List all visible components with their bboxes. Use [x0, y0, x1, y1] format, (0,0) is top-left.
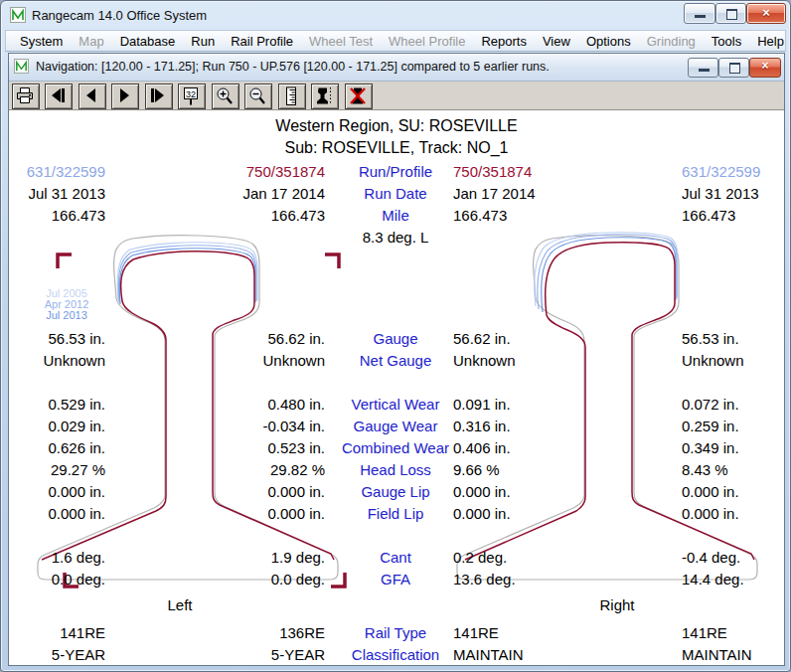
nav-minimize-button[interactable]	[688, 58, 718, 78]
classification-left-outer: 5-YEAR	[9, 646, 105, 663]
gauge-lip-right-inner: 0.000 in.	[453, 483, 622, 500]
combined-wear-right-outer: 0.349 in.	[682, 439, 784, 456]
next-run-button[interactable]	[111, 84, 139, 109]
row-run-profile: 631/322599750/351874Run/Profile750/35187…	[9, 163, 784, 183]
row-gauge: 56.53 in.56.62 in.Gauge56.62 in.56.53 in…	[9, 330, 784, 350]
combined-wear-left-outer: 0.626 in.	[9, 439, 105, 456]
menu-options[interactable]: Options	[578, 31, 639, 52]
net-gauge-right-inner: Unknown	[453, 352, 622, 369]
gfa-right-inner: 13.6 deg.	[453, 571, 622, 588]
head-loss-right-outer: 8.43 %	[682, 461, 784, 478]
row-gauge-wear: 0.029 in.-0.034 in.Gauge Wear0.316 in.0.…	[9, 418, 784, 437]
right-rail-label: Right	[548, 596, 687, 613]
nav-close-button[interactable]: ×	[749, 58, 781, 78]
zoom-out-icon	[247, 86, 267, 105]
nav-restore-button[interactable]	[718, 58, 749, 78]
mile-right-inner: 166.473	[453, 207, 622, 224]
row-gfa: 0.0 deg.0.0 deg.GFA13.6 deg.14.4 deg.	[9, 571, 784, 590]
cant-right-outer: -0.4 deg.	[682, 549, 784, 566]
remove-rail-button[interactable]	[345, 84, 373, 109]
print-button[interactable]	[12, 84, 40, 109]
vertical-wear-left-inner: 0.480 in.	[128, 396, 325, 413]
run-date-right-inner: Jan 17 2014	[453, 185, 622, 202]
zoom-out-button[interactable]	[244, 84, 272, 109]
menu-help[interactable]: Help	[749, 31, 791, 52]
vertical-wear-left-outer: 0.529 in.	[9, 396, 105, 413]
menu-reports[interactable]: Reports	[473, 31, 535, 52]
svg-text:32: 32	[186, 89, 196, 99]
run-date-left-outer: Jul 31 2013	[9, 185, 105, 202]
gauge-lip-left-inner: 0.000 in.	[128, 483, 325, 500]
print-icon	[15, 86, 35, 104]
rail-type-left-outer: 141RE	[9, 624, 105, 641]
menu-map: Map	[71, 31, 111, 52]
milepost-button[interactable]: 32	[178, 84, 206, 109]
field-lip-left-inner: 0.000 in.	[128, 505, 325, 522]
field-lip-left-outer: 0.000 in.	[9, 505, 105, 522]
row-cant: 1.6 deg.1.9 deg.Cant0.2 deg.-0.4 deg.	[9, 549, 784, 569]
mile-left-outer: 166.473	[9, 207, 105, 224]
rail-type-right-outer: 141RE	[682, 624, 784, 641]
gfa-right-outer: 14.4 deg.	[682, 571, 784, 588]
close-button[interactable]: ×	[746, 3, 786, 24]
field-lip-label: Field Lip	[325, 505, 466, 522]
legend-entry: Jul 2013	[31, 310, 102, 321]
close-icon: ×	[750, 59, 780, 73]
menu-system[interactable]: System	[12, 31, 71, 52]
minimize-button[interactable]	[684, 3, 715, 24]
curvature-value: 8.3 deg. L	[325, 229, 466, 246]
classification-right-inner: MAINTAIN	[453, 646, 622, 663]
menu-run[interactable]: Run	[183, 31, 223, 52]
row-field-lip: 0.000 in.0.000 in.Field Lip0.000 in.0.00…	[9, 505, 784, 525]
classification-right-outer: MAINTAIN	[682, 646, 784, 663]
gauge-left-inner: 56.62 in.	[128, 330, 325, 347]
measure-button[interactable]	[278, 84, 306, 109]
maximize-button[interactable]	[715, 3, 746, 24]
vertical-wear-right-outer: 0.072 in.	[682, 396, 784, 413]
menu-view[interactable]: View	[535, 31, 578, 52]
head-loss-right-inner: 9.66 %	[453, 461, 622, 478]
first-run-button[interactable]	[45, 84, 73, 109]
row-net-gauge: UnknownUnknownNet GaugeUnknownUnknown	[9, 352, 784, 372]
left-rail-label: Left	[110, 596, 249, 613]
zoom-in-button[interactable]	[212, 84, 239, 109]
run-date-left-inner: Jan 17 2014	[128, 185, 325, 202]
row-vertical-wear: 0.529 in.0.480 in.Vertical Wear0.091 in.…	[9, 396, 784, 416]
net-gauge-left-outer: Unknown	[9, 352, 105, 369]
menu-tools[interactable]: Tools	[704, 31, 749, 52]
mile-label: Mile	[325, 207, 466, 224]
gfa-left-inner: 0.0 deg.	[128, 571, 325, 588]
previous-run-button[interactable]	[79, 84, 106, 109]
menu-bar: SystemMapDatabaseRunRail ProfileWheel Te…	[5, 30, 786, 52]
gfa-left-outer: 0.0 deg.	[9, 571, 105, 588]
gauge-label: Gauge	[325, 330, 466, 347]
run-profile-left-inner: 750/351874	[128, 163, 325, 180]
zoom-in-icon	[215, 86, 235, 105]
rangecam-logo-icon	[14, 59, 29, 74]
menu-database[interactable]: Database	[112, 31, 184, 52]
field-lip-right-outer: 0.000 in.	[682, 505, 784, 522]
menu-rail-profile[interactable]: Rail Profile	[223, 31, 301, 52]
skip-back-icon	[48, 86, 68, 104]
remove-rail-icon	[348, 86, 368, 105]
row-head-loss: 29.27 %29.82 %Head Loss9.66 %8.43 %	[9, 461, 784, 481]
head-loss-left-outer: 29.27 %	[9, 461, 105, 478]
classification-label: Classification	[325, 646, 466, 663]
rail-profile-button[interactable]	[311, 84, 339, 109]
cant-label: Cant	[325, 549, 466, 566]
location-header: Western Region, SU: ROSEVILLE	[9, 117, 784, 135]
navigation-titlebar: Navigation: [120.00 - 171.25]; Run 750 -…	[9, 54, 784, 82]
net-gauge-label: Net Gauge	[325, 352, 466, 369]
classification-left-inner: 5-YEAR	[128, 646, 325, 663]
menu-wheel-profile: Wheel Profile	[381, 31, 473, 52]
rangecam-logo-icon	[10, 7, 26, 23]
gauge-wear-left-inner: -0.034 in.	[128, 418, 325, 434]
rail-type-left-inner: 136RE	[128, 624, 325, 641]
cant-left-inner: 1.9 deg.	[128, 549, 325, 566]
mile-right-outer: 166.473	[682, 207, 784, 224]
screen: Rangecam 14.0 Office System × SystemMapD…	[0, 0, 791, 672]
last-run-button[interactable]	[145, 84, 173, 109]
minimize-icon	[699, 69, 710, 72]
run-date-right-outer: Jul 31 2013	[682, 185, 784, 202]
row-gauge-lip: 0.000 in.0.000 in.Gauge Lip0.000 in.0.00…	[9, 483, 784, 503]
